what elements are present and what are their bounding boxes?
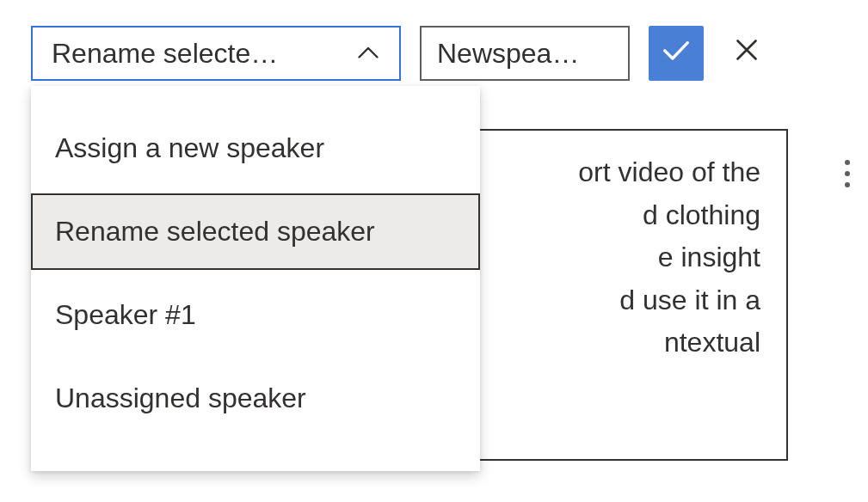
dropdown-option-speaker-1[interactable]: Speaker #1 <box>31 277 480 353</box>
dropdown-option-label: Speaker #1 <box>55 299 196 330</box>
dropdown-option-label: Unassigned speaker <box>55 383 306 413</box>
dropdown-option-rename-selected[interactable]: Rename selected speaker <box>31 193 480 270</box>
speaker-name-input[interactable]: Newspea… <box>420 26 630 81</box>
dropdown-option-unassigned[interactable]: Unassigned speaker <box>31 360 480 437</box>
dropdown-option-label: Assign a new speaker <box>55 132 324 163</box>
dropdown-option-assign-new[interactable]: Assign a new speaker <box>31 110 480 187</box>
more-options-button[interactable] <box>830 153 865 194</box>
chevron-up-icon <box>353 38 384 69</box>
speaker-action-dropdown[interactable]: Rename selecte… <box>31 26 401 81</box>
confirm-button[interactable] <box>649 26 704 81</box>
cancel-button[interactable] <box>726 33 767 74</box>
close-icon <box>731 34 762 72</box>
dropdown-selected-label: Rename selecte… <box>52 38 278 70</box>
speaker-action-dropdown-panel: Assign a new speaker Rename selected spe… <box>31 86 480 471</box>
edit-speaker-toolbar: Rename selecte… Newspea… <box>31 26 837 81</box>
speaker-name-value: Newspea… <box>437 28 613 79</box>
check-icon <box>659 33 693 74</box>
kebab-menu-icon <box>845 160 850 187</box>
dropdown-option-label: Rename selected speaker <box>55 216 375 247</box>
